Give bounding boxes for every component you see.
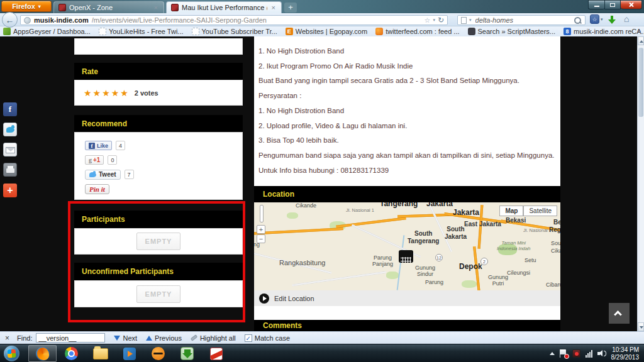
bookmark-label: YouLikeHits - Free Twi...	[109, 28, 184, 35]
highlight-all-label: Highlight all	[200, 334, 236, 342]
firefox-menu-button[interactable]: Firefox ▾	[1, 1, 52, 12]
bookmark-star-icon[interactable]: ☆	[425, 16, 431, 25]
pinit-button[interactable]: Pin it	[85, 184, 109, 194]
share-twitter-icon[interactable]	[3, 123, 17, 136]
taskbar-clock[interactable]: 10:34 PM 8/29/2013	[611, 346, 641, 361]
scroll-to-top-button[interactable]	[609, 303, 630, 324]
tab-openx[interactable]: OpenX - Zone ×	[53, 1, 164, 13]
media-player-icon	[123, 348, 136, 360]
volume-icon[interactable]	[597, 349, 606, 358]
find-next-button[interactable]: Next	[114, 334, 137, 342]
vertical-scrollbar[interactable]	[637, 36, 644, 331]
chevron-down-icon[interactable]: ▾	[433, 18, 435, 23]
arrow-circle-icon	[259, 293, 269, 304]
chrome-icon	[65, 347, 78, 360]
taskbar-download-manager[interactable]	[173, 345, 201, 362]
bookmarks-star-icon: ☆	[590, 14, 599, 24]
scrollbar-up-arrow[interactable]	[638, 36, 644, 45]
find-previous-button[interactable]: Previous	[146, 334, 182, 342]
taskbar-audio-player[interactable]	[144, 345, 172, 362]
unconfirmed-participants-widget: EMPTY	[74, 280, 243, 307]
chevron-down-icon[interactable]: ▾	[469, 18, 472, 23]
taskbar-firefox[interactable]	[28, 345, 57, 362]
share-email-icon[interactable]	[3, 143, 17, 156]
taskbar-chrome[interactable]	[57, 345, 86, 362]
bookmark-item[interactable]: musik-indie.com reCA...	[564, 28, 644, 35]
tab-close-icon[interactable]: ×	[270, 4, 277, 12]
map-zoom-slider[interactable]	[260, 205, 264, 222]
share-facebook-icon[interactable]: f	[3, 102, 17, 116]
map-label: Parung	[425, 279, 443, 285]
back-arrow-icon: ←	[6, 15, 14, 25]
antivirus-tray-icon[interactable]	[572, 349, 580, 358]
search-input[interactable]	[474, 16, 571, 25]
find-close-icon[interactable]: ×	[5, 334, 9, 343]
star-icon[interactable]: ★	[93, 88, 103, 98]
participants-empty-button[interactable]: EMPTY	[136, 233, 181, 250]
bookmark-item[interactable]: YouTube Subscriber Tr...	[192, 28, 277, 35]
tweet-button[interactable]: Tweet	[85, 170, 121, 180]
close-button[interactable]	[621, 0, 642, 9]
map-type-satellite-button[interactable]: Satellite	[523, 206, 557, 216]
google-plusone-button[interactable]: g +1	[85, 155, 104, 165]
find-input[interactable]	[36, 333, 105, 343]
star-icon[interactable]: ★	[111, 88, 121, 98]
back-button[interactable]: ←	[2, 12, 18, 28]
action-center-flag-icon[interactable]	[560, 349, 567, 358]
network-signal-icon[interactable]	[586, 350, 592, 358]
bookmark-item[interactable]: AppsGeyser / Dashboa...	[3, 28, 91, 35]
bookmark-item[interactable]: Websites | Egopay.com	[286, 28, 367, 35]
event-detail-panel: 1. No High Distrotion Band 2. Ikut Progr…	[254, 36, 560, 331]
map-label: Cikar	[551, 248, 560, 254]
bookmark-item[interactable]: YouLikeHits - Free Twi...	[99, 28, 184, 35]
match-case-checkbox[interactable]: ✓ Match case	[245, 334, 290, 342]
bookmarks-overflow-chevron[interactable]: »	[637, 28, 641, 35]
tab-close-icon[interactable]: ×	[153, 4, 159, 12]
folder-icon	[93, 348, 108, 359]
tab-title: Mau Ikut Live Performance @SAIJI Se...	[182, 4, 267, 11]
url-bar[interactable]: musik-indie.com /m/events/view/Live-Perf…	[20, 15, 448, 25]
taskbar-picture-app[interactable]	[202, 345, 230, 362]
map-type-map-button[interactable]: Map	[499, 206, 523, 216]
tab-title: OpenX - Zone	[69, 4, 150, 11]
new-tab-button[interactable]: +	[284, 3, 297, 13]
show-bookmarks-button[interactable]: ☆ ▾	[590, 14, 603, 24]
unconfirmed-empty-button[interactable]: EMPTY	[136, 285, 181, 303]
star-icon[interactable]: ★	[102, 88, 111, 98]
taskbar-explorer[interactable]	[86, 345, 114, 362]
map-label: Bekasi	[506, 217, 526, 224]
highlight-all-button[interactable]: Highlight all	[191, 334, 236, 342]
star-icon[interactable]: ★	[84, 88, 93, 98]
alert-badge	[564, 354, 569, 359]
scrollbar-down-arrow[interactable]	[638, 322, 644, 331]
twitter-bird-icon	[89, 172, 96, 177]
reload-icon[interactable]: ↻	[438, 16, 444, 25]
map-marker-icon[interactable]	[399, 250, 413, 263]
share-print-icon[interactable]	[3, 163, 17, 177]
taskbar-media-player[interactable]	[115, 345, 143, 362]
downloads-button[interactable]	[608, 16, 616, 25]
hidden-icons-arrow[interactable]	[550, 352, 555, 355]
window-controls	[588, 0, 642, 10]
start-button[interactable]	[4, 346, 19, 361]
bookmark-item[interactable]: twitterfeed.com : feed ...	[375, 28, 459, 35]
home-button[interactable]: ⌂	[624, 14, 629, 24]
facebook-like-button[interactable]: f Like	[85, 141, 112, 150]
tab-event-page[interactable]: Mau Ikut Live Performance @SAIJI Se... ×	[166, 1, 282, 13]
minimize-button[interactable]	[588, 0, 604, 9]
map-zoom-in-button[interactable]: +	[257, 225, 265, 234]
share-addthis-icon[interactable]: +	[3, 184, 17, 197]
search-icon[interactable]	[574, 16, 582, 25]
google-map[interactable]: Cikande Jl. Nasional 1 Tangerang Jakarta…	[254, 202, 560, 290]
map-zoom-out-button[interactable]: −	[257, 234, 265, 243]
search-engine-icon[interactable]	[461, 17, 467, 24]
maximize-button[interactable]	[604, 0, 621, 9]
comments-header: Comments	[254, 320, 560, 331]
bookmark-item[interactable]: Search » ScriptMasters...	[468, 28, 556, 35]
bookmark-label: Search » ScriptMasters...	[478, 28, 556, 35]
edit-location-button[interactable]: Edit Location	[254, 290, 560, 306]
star-icon[interactable]: ★	[120, 88, 130, 98]
map-river	[397, 235, 405, 290]
search-bar[interactable]: ▾	[457, 15, 586, 25]
scrollbar-thumb[interactable]	[638, 48, 643, 117]
